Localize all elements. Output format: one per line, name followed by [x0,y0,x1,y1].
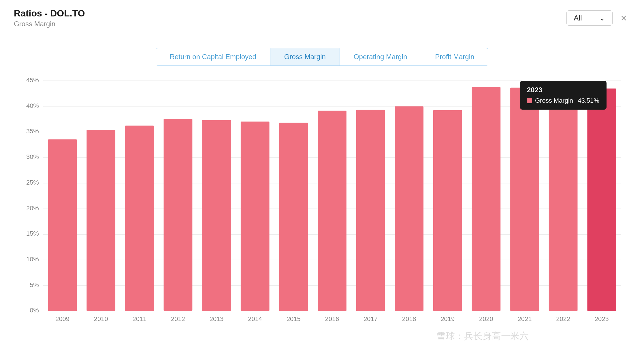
bar-2009 [48,139,77,311]
bar-2013 [202,120,231,311]
bar-2016 [318,111,347,311]
tab-profit-margin[interactable]: Profit Margin [421,48,488,66]
bar-2021 [510,88,539,311]
svg-text:2009: 2009 [55,315,69,322]
svg-text:2012: 2012 [171,315,185,322]
svg-text:2019: 2019 [440,315,455,322]
svg-text:35%: 35% [26,127,39,135]
svg-text:2020: 2020 [479,315,493,322]
bar-2018 [395,106,423,311]
filter-dropdown[interactable]: All ⌄ [566,10,613,26]
svg-text:45%: 45% [26,76,39,84]
close-button[interactable]: × [617,11,630,25]
tooltip-value: 43.51% [578,97,599,104]
svg-text:30%: 30% [26,153,39,160]
svg-text:2022: 2022 [556,315,570,322]
svg-text:2023: 2023 [595,315,609,322]
bar-2014 [241,122,270,311]
tab-roce[interactable]: Return on Capital Employed [156,48,270,66]
bar-2023 [587,89,616,311]
bar-2011 [125,125,154,311]
svg-text:2014: 2014 [248,315,262,322]
header-left: Ratios - DOL.TO Gross Margin [14,8,85,28]
tab-bar: Return on Capital Employed Gross Margin … [0,34,644,75]
chart-wrapper: 2023 Gross Margin: 43.51% .grid-line { s… [0,75,644,325]
chart-tooltip: 2023 Gross Margin: 43.51% [520,81,607,110]
svg-text:10%: 10% [26,256,39,263]
svg-text:2011: 2011 [132,315,146,322]
chevron-down-icon: ⌄ [599,14,605,22]
page-subtitle: Gross Margin [14,20,85,28]
tooltip-row: Gross Margin: 43.51% [527,97,600,104]
bar-2010 [86,130,115,311]
svg-text:2021: 2021 [518,315,532,322]
svg-text:5%: 5% [30,281,39,288]
svg-text:2010: 2010 [94,315,108,322]
tab-operating-margin[interactable]: Operating Margin [340,48,421,66]
svg-text:20%: 20% [26,205,39,212]
svg-text:2013: 2013 [210,315,224,322]
bar-2012 [164,119,193,311]
svg-text:25%: 25% [26,179,39,186]
bar-2015 [279,123,308,311]
tooltip-label: Gross Margin: [535,97,575,104]
svg-text:15%: 15% [26,230,39,237]
svg-text:0%: 0% [30,307,39,314]
svg-text:2016: 2016 [325,315,339,322]
bar-2020 [472,87,501,311]
dropdown-label: All [574,14,582,22]
tooltip-year: 2023 [527,86,600,94]
tooltip-color-box [527,98,532,103]
header: Ratios - DOL.TO Gross Margin All ⌄ × [0,0,644,34]
svg-text:2018: 2018 [402,315,416,322]
header-right: All ⌄ × [566,10,630,26]
tab-gross-margin[interactable]: Gross Margin [270,48,340,66]
svg-text:40%: 40% [26,102,39,109]
svg-text:2017: 2017 [364,315,378,322]
svg-text:2015: 2015 [287,315,301,322]
page-title: Ratios - DOL.TO [14,8,85,19]
watermark: 雪球：兵长身高一米六 [436,330,529,343]
bar-chart: .grid-line { stroke: #e0e0e0; stroke-wid… [23,75,627,325]
bar-2019 [433,110,462,311]
bar-2022 [549,91,578,311]
bar-2017 [356,110,385,311]
